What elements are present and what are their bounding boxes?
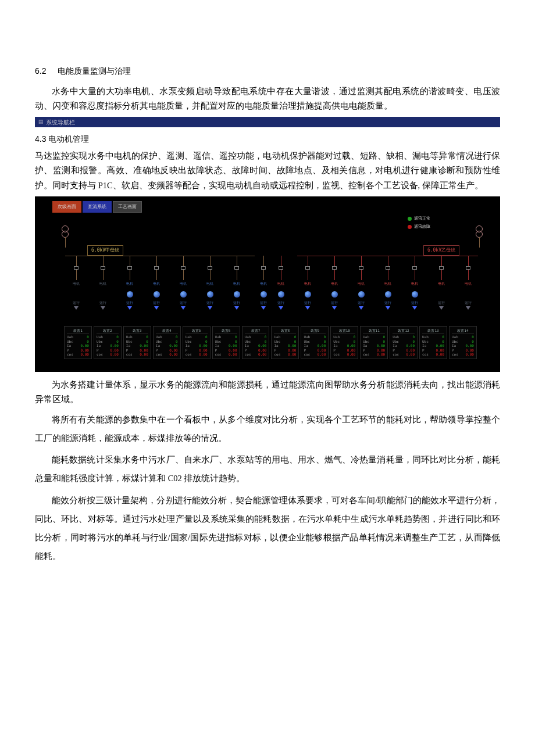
- para-a: 为水务搭建计量体系，显示水务的能源流向和能源损耗，通过能源流向图帮助水务分析能源…: [35, 378, 500, 407]
- para-b: 将所有有关能源的参数集中在一个看板中，从多个维度对比分析，实现各个工艺环节的能耗…: [35, 411, 500, 448]
- panel: 装置3Uab0Ubc0Ia0.00P0.00cos0.00: [123, 326, 151, 359]
- panel: 装置12Uab0Ubc0Ia0.00P0.00cos0.00: [390, 326, 418, 359]
- feeder[interactable]: 电机运行: [462, 256, 475, 310]
- busbar-area: 6.0kV甲母线 6.0kV乙母线 电机运行电机运行电机运行电机运行电机运行电机…: [52, 230, 483, 300]
- para-c: 能耗数据统计采集水务中污水厂、自来水厂、水泵站等的用电、用水、燃气、冷热量消耗量…: [35, 451, 500, 488]
- panel: 装置6Uab0Ubc0Ia0.00P0.00cos0.00: [212, 326, 240, 359]
- busbar-right-label: 6.0kV乙母线: [423, 245, 459, 256]
- para-4-3: 马达监控实现水务中电机的保护、遥测、遥信、遥控功能，电动机保护器能对过载、短路、…: [35, 149, 500, 193]
- feeders: 电机运行电机运行电机运行电机运行电机运行电机运行电机运行电机运行 电机运行电机运…: [52, 256, 483, 310]
- feeder[interactable]: 电机运行: [230, 256, 243, 310]
- feeder[interactable]: 电机运行: [435, 256, 448, 310]
- panel: 装置11Uab0Ubc0Ia0.00P0.00cos0.00: [360, 326, 388, 359]
- app-titlebar-text: 系统导航栏: [46, 117, 75, 128]
- feeder[interactable]: 电机运行: [328, 256, 341, 310]
- scada-tab-0[interactable]: 次级画面: [52, 201, 81, 213]
- feeder[interactable]: 电机运行: [204, 256, 216, 310]
- menu-icon: ▤: [38, 117, 44, 127]
- heading-4-3-num: 4.3: [35, 134, 46, 144]
- busbar-left-label: 6.0kV甲母线: [87, 245, 123, 256]
- feeder[interactable]: 电机运行: [408, 256, 421, 310]
- transformer-left: [58, 225, 72, 248]
- transformer-right: [472, 225, 486, 248]
- panel: 装置10Uab0Ubc0Ia0.00P0.00cos0.00: [330, 326, 358, 359]
- panel: 装置13Uab0Ubc0Ia0.00P0.00cos0.00: [419, 326, 447, 359]
- scada-tab-2[interactable]: 工艺画面: [113, 201, 142, 213]
- legend-dot-err: [408, 225, 412, 229]
- heading-6-2: 6.2 电能质量监测与治理: [35, 64, 500, 78]
- heading-6-2-title: 电能质量监测与治理: [58, 66, 131, 76]
- panel: 装置5Uab0Ubc0Ia0.00P0.00cos0.00: [183, 326, 211, 359]
- feeder[interactable]: 电机运行: [301, 256, 314, 310]
- heading-4-3: 4.3 电动机管理: [35, 132, 500, 146]
- panel: 装置14Uab0Ubc0Ia0.00P0.00cos0.00: [449, 326, 477, 359]
- legend-label-err: 通讯故障: [414, 223, 430, 230]
- feeder[interactable]: 电机运行: [355, 256, 368, 310]
- scada-legend: 通讯正常 通讯故障: [408, 215, 430, 232]
- para-d: 能效分析按三级计量架构，分别进行能效分析，契合能源管理体系要求，可对各车间/职能…: [35, 492, 500, 566]
- feeder[interactable]: 电机运行: [123, 256, 136, 310]
- legend-label-ok: 通讯正常: [414, 215, 430, 222]
- panel: 装置9Uab0Ubc0Ia0.00P0.00cos0.00: [301, 326, 329, 359]
- scada-screenshot: 次级画面 直流系统 工艺画面 通讯正常 通讯故障 6.0kV甲母线 6.0kV乙…: [35, 196, 500, 372]
- feeder[interactable]: 电机运行: [381, 256, 394, 310]
- legend-dot-ok: [408, 217, 412, 221]
- feeder[interactable]: 电机运行: [274, 256, 287, 310]
- para-6-2: 水务中大量的大功率电机、水泵变频启动导致配电系统中存在大量谐波，通过监测其配电系…: [35, 84, 500, 114]
- feeder[interactable]: 电机运行: [70, 256, 83, 310]
- feeder[interactable]: 电机运行: [177, 256, 190, 310]
- panel: 装置7Uab0Ubc0Ia0.00P0.00cos0.00: [242, 326, 270, 359]
- panel: 装置1Uab0Ubc0Ia0.00P0.00cos0.00: [64, 326, 92, 359]
- scada-tabs: 次级画面 直流系统 工艺画面: [52, 201, 483, 213]
- panel: 装置2Uab0Ubc0Ia0.00P0.00cos0.00: [94, 326, 122, 359]
- feeder[interactable]: 电机运行: [97, 256, 109, 310]
- heading-6-2-num: 6.2: [35, 66, 46, 76]
- app-titlebar: ▤ 系统导航栏: [35, 117, 500, 127]
- panel-row: 装置1Uab0Ubc0Ia0.00P0.00cos0.00装置2Uab0Ubc0…: [64, 326, 477, 359]
- panel: 装置4Uab0Ubc0Ia0.00P0.00cos0.00: [153, 326, 181, 359]
- scada-tab-1[interactable]: 直流系统: [83, 201, 112, 213]
- feeder[interactable]: 电机运行: [257, 256, 270, 310]
- feeder[interactable]: 电机运行: [150, 256, 163, 310]
- heading-4-3-title: 电动机管理: [48, 134, 89, 144]
- panel: 装置8Uab0Ubc0Ia0.00P0.00cos0.00: [271, 326, 299, 359]
